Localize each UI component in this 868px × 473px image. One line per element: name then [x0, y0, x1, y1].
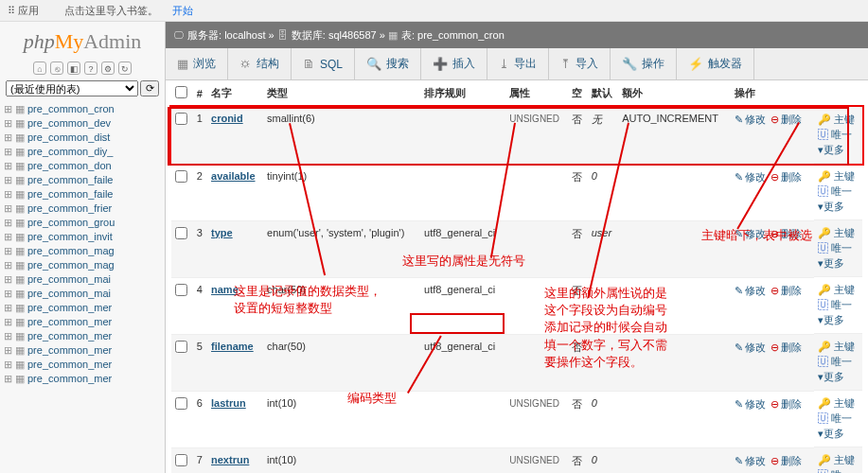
column-name-link[interactable]: name	[211, 284, 239, 295]
primary-key-link[interactable]: 🔑 主键	[818, 283, 855, 297]
tree-item[interactable]: ▦pre_common_mag	[0, 258, 165, 272]
edit-link[interactable]: ✎修改	[735, 398, 766, 410]
more-link[interactable]: ▾更多	[818, 370, 844, 384]
tab-操作[interactable]: 🔧操作	[611, 48, 677, 79]
drop-link[interactable]: ⊖删除	[771, 455, 802, 466]
tab-插入[interactable]: ➕插入	[421, 48, 487, 79]
cell-type: char(50)	[263, 277, 420, 334]
unique-link[interactable]: 🇺 唯一	[818, 184, 852, 199]
drop-link[interactable]: ⊖删除	[771, 228, 802, 239]
tree-item[interactable]: ▦pre_common_don	[0, 159, 165, 173]
tree-item[interactable]: ▦pre_common_mer	[0, 358, 165, 372]
tree-item[interactable]: ▦pre_common_faile	[0, 187, 165, 201]
tree-item[interactable]: ▦pre_common_mer	[0, 343, 165, 358]
chrome-apps-btn[interactable]: ⠿ 应用	[8, 5, 50, 16]
more-link[interactable]: ▾更多	[818, 313, 844, 327]
more-link[interactable]: ▾更多	[818, 200, 844, 214]
column-name-link[interactable]: available	[211, 170, 255, 182]
edit-link[interactable]: ✎修改	[735, 285, 766, 296]
crumb-server[interactable]: localhost	[224, 29, 265, 41]
drop-link[interactable]: ⊖删除	[771, 285, 802, 296]
drop-link[interactable]: ⊖删除	[771, 398, 802, 410]
edit-link[interactable]: ✎修改	[735, 342, 766, 353]
tree-item[interactable]: ▦pre_common_mai	[0, 287, 165, 301]
primary-key-link[interactable]: 🔑 主键	[818, 169, 855, 184]
unique-link[interactable]: 🇺 唯一	[818, 128, 852, 142]
cell-extra	[618, 334, 731, 391]
tree-item[interactable]: ▦pre_common_dev	[0, 116, 165, 131]
row-check[interactable]	[175, 397, 187, 410]
tab-浏览[interactable]: ▦浏览	[166, 48, 228, 79]
tree-item[interactable]: ▦pre_common_mer	[0, 301, 165, 315]
table-icon: ▦	[388, 29, 398, 42]
unique-link[interactable]: 🇺 唯一	[818, 355, 852, 369]
primary-key-link[interactable]: 🔑 主键	[818, 396, 855, 411]
edit-link[interactable]: ✎修改	[735, 455, 766, 466]
tree-item[interactable]: ▦pre_common_faile	[0, 173, 165, 187]
drop-link[interactable]: ⊖删除	[771, 171, 802, 183]
drop-link[interactable]: ⊖删除	[771, 114, 802, 125]
more-link[interactable]: ▾更多	[818, 256, 844, 271]
tree-item[interactable]: ▦pre_common_grou	[0, 216, 165, 230]
unique-link[interactable]: 🇺 唯一	[818, 468, 852, 473]
column-name-link[interactable]: cronid	[211, 113, 243, 124]
settings-icon[interactable]: ⚙	[101, 61, 115, 75]
logo[interactable]: phpMyAdmin	[0, 22, 165, 58]
tree-item[interactable]: ▦pre_common_invit	[0, 230, 165, 244]
reload-icon[interactable]: ↻	[118, 61, 132, 75]
row-check[interactable]	[175, 170, 187, 183]
tab-SQL[interactable]: 🗎SQL	[292, 48, 355, 79]
tree-item[interactable]: ▦pre_common_mer	[0, 372, 165, 386]
logout-icon[interactable]: ⎋	[50, 61, 63, 75]
table-row: 4namechar(50)utf8_general_ci否✎修改 ⊖删除🔑 主键…	[171, 277, 862, 334]
tab-结构[interactable]: ⛭结构	[228, 48, 292, 79]
sql-icon[interactable]: ◧	[67, 61, 80, 75]
edit-link[interactable]: ✎修改	[735, 171, 766, 183]
edit-link[interactable]: ✎修改	[735, 114, 766, 125]
more-link[interactable]: ▾更多	[818, 427, 844, 441]
check-all[interactable]	[175, 86, 187, 98]
column-name-link[interactable]: filename	[211, 341, 254, 352]
row-check[interactable]	[175, 454, 187, 466]
crumb-table[interactable]: pre_common_cron	[417, 29, 505, 41]
column-name-link[interactable]: type	[211, 227, 233, 238]
column-name-link[interactable]: lastrun	[211, 397, 246, 409]
column-name-link[interactable]: nextrun	[211, 454, 249, 465]
unique-link[interactable]: 🇺 唯一	[818, 298, 852, 312]
cell-default	[588, 277, 618, 334]
tree-item[interactable]: ▦pre_common_mer	[0, 329, 165, 343]
row-check[interactable]	[175, 227, 187, 239]
primary-key-link[interactable]: 🔑 主键	[818, 340, 855, 354]
drop-link[interactable]: ⊖删除	[771, 342, 802, 353]
row-check[interactable]	[175, 113, 187, 125]
crumb-db[interactable]: sql486587	[328, 29, 377, 41]
home-icon[interactable]: ⌂	[33, 61, 46, 75]
tree-item[interactable]: ▦pre_common_mag	[0, 244, 165, 258]
tree-item[interactable]: ▦pre_common_dist	[0, 131, 165, 145]
unique-link[interactable]: 🇺 唯一	[818, 412, 852, 426]
edit-link[interactable]: ✎修改	[735, 228, 766, 239]
tab-icon: 🔍	[366, 57, 381, 71]
primary-key-link[interactable]: 🔑 主键	[818, 226, 855, 240]
tab-icon: ▦	[177, 57, 188, 71]
tree-item[interactable]: ▦pre_common_mer	[0, 315, 165, 329]
primary-key-link[interactable]: 🔑 主键	[818, 113, 855, 127]
tab-导出[interactable]: ⤓导出	[487, 48, 549, 79]
tree-item[interactable]: ▦pre_common_frier	[0, 201, 165, 216]
row-check[interactable]	[175, 284, 187, 296]
recent-go-btn[interactable]: ⟳	[140, 80, 159, 96]
recent-tables-select[interactable]: (最近使用的表)	[6, 80, 138, 96]
tree-item[interactable]: ▦pre_common_diy_	[0, 145, 165, 159]
tab-搜索[interactable]: 🔍搜索	[355, 48, 421, 79]
docs-icon[interactable]: ?	[84, 61, 97, 75]
tab-触发器[interactable]: ⚡触发器	[677, 48, 754, 79]
tab-导入[interactable]: ⤒导入	[549, 48, 611, 79]
primary-key-link[interactable]: 🔑 主键	[818, 453, 855, 467]
tree-item[interactable]: ▦pre_common_cron	[0, 102, 165, 116]
chrome-hint: 点击这里导入书签。	[64, 5, 158, 16]
more-link[interactable]: ▾更多	[818, 143, 844, 157]
row-check[interactable]	[175, 341, 187, 353]
unique-link[interactable]: 🇺 唯一	[818, 241, 852, 255]
chrome-hint-link[interactable]: 开始	[172, 5, 193, 16]
tree-item[interactable]: ▦pre_common_mai	[0, 272, 165, 287]
